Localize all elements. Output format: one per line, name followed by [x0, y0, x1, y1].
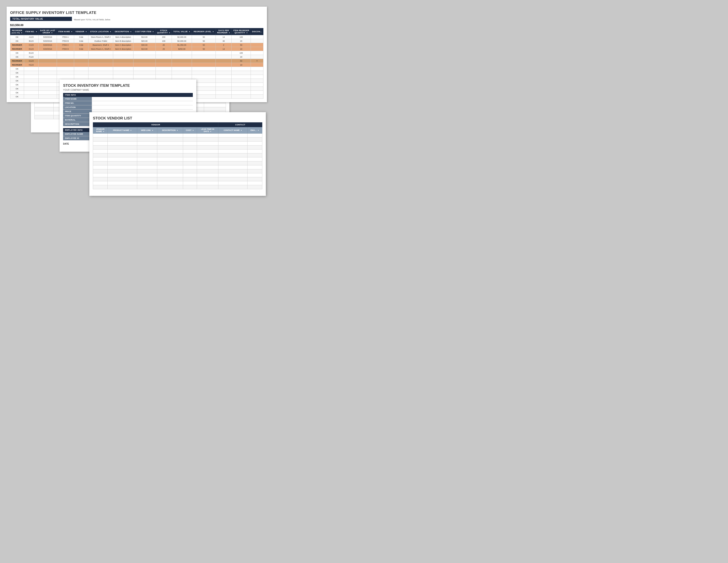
inv-cell	[216, 79, 232, 83]
inv-cell	[232, 91, 251, 95]
vendor-cell	[248, 165, 262, 169]
vendor-cell	[137, 153, 157, 157]
vendor-cell	[183, 149, 197, 153]
vendor-sub-header: VENDORNAME ▼ PRODUCT NAME ▼ WEB LINK ▼ D…	[93, 127, 262, 133]
col-reorder-qty: ITEM REORDERQUANTITY ▼	[232, 28, 251, 35]
inv-cell	[216, 59, 232, 63]
vendor-cell	[183, 169, 197, 173]
vendor-row	[93, 141, 262, 145]
vendor-cell	[93, 185, 108, 189]
inv-cell: Basement, Shelf 4	[88, 43, 113, 47]
col-vendor: VENDOR ▼	[74, 28, 88, 35]
vendor-cell	[197, 153, 218, 157]
inv-cell	[232, 95, 251, 99]
inv-cell	[39, 79, 57, 83]
inv-cell	[251, 35, 263, 39]
vendor-cell	[137, 165, 157, 169]
field-label: LOCATION	[63, 105, 92, 109]
inv-cell	[192, 51, 216, 55]
vendor-cell	[197, 133, 218, 137]
vendor-cell	[248, 157, 262, 161]
vendor-cell	[157, 153, 183, 157]
inv-cell	[192, 75, 216, 79]
inv-cell	[24, 75, 39, 79]
inv-cell: OK	[10, 91, 24, 95]
vendor-cell	[183, 161, 197, 165]
vendor-cell	[157, 173, 183, 177]
inv-cell	[232, 79, 251, 83]
inv-cell	[251, 95, 263, 99]
inv-cell: $30.00	[133, 43, 156, 47]
inv-cell: OK	[10, 75, 24, 79]
inv-cell	[74, 59, 88, 63]
inv-cell: 200	[156, 35, 172, 39]
inv-cell	[24, 87, 39, 91]
track-cell	[35, 103, 54, 107]
vendor-cell	[157, 169, 183, 173]
vendor-cell	[93, 137, 108, 141]
vendor-cell	[183, 137, 197, 141]
inv-cell: ITEM B	[57, 39, 74, 43]
inv-cell	[156, 51, 172, 55]
item-field-row: ITEM NO.	[63, 101, 193, 105]
inv-cell	[172, 51, 192, 55]
vendor-cell	[248, 149, 262, 153]
inv-cell	[113, 75, 133, 79]
inv-cell	[172, 71, 192, 75]
inv-cell	[39, 91, 57, 95]
th-email: EMA... ▼	[248, 127, 262, 133]
vendor-cell	[93, 145, 108, 149]
inv-cell	[24, 83, 39, 87]
inv-cell: 50	[192, 35, 216, 39]
page-wrapper: OFFICE SUPPLY INVENTORY LIST TEMPLATE TO…	[7, 7, 721, 196]
inventory-row: OKE123100	[10, 51, 263, 55]
inv-cell	[172, 59, 192, 63]
vendor-cell	[218, 185, 248, 189]
inv-cell	[39, 51, 57, 55]
inv-cell: $1,350.00	[172, 43, 192, 47]
vendor-table: VENDOR CONTACT VENDORNAME ▼ PRODUCT NAME…	[93, 122, 262, 189]
inv-cell: 5/20/2016	[39, 43, 57, 47]
inv-cell: Store Room A, Shelf 2	[88, 35, 113, 39]
vendor-cell	[137, 141, 157, 145]
inv-cell	[57, 59, 74, 63]
inventory-row: REORDERD1235/20/2016ITEM DColeStore Room…	[10, 47, 263, 51]
vendor-cell	[108, 153, 137, 157]
th-contact-name: CONTACT NAME ▼	[218, 127, 248, 133]
col-reorder-lvl: REORDER LEVEL ▼	[192, 28, 216, 35]
sheet4-vendor-list: STOCK VENDOR LIST VENDOR CONTACT VENDORN…	[89, 112, 266, 196]
vendor-cell	[248, 185, 262, 189]
vendor-cell	[157, 161, 183, 165]
inv-cell: REORDER	[10, 63, 24, 67]
vendor-cell	[157, 177, 183, 181]
sheet1-title: OFFICE SUPPLY INVENTORY LIST TEMPLATE	[10, 11, 263, 15]
inv-cell	[216, 63, 232, 67]
inv-cell	[88, 63, 113, 67]
vendor-cell	[197, 157, 218, 161]
inv-cell	[216, 83, 232, 87]
company-name-label: YOUR COMPANY NAME	[63, 89, 193, 91]
inv-cell: 50	[232, 59, 251, 63]
track-cell	[35, 115, 54, 119]
inv-cell	[251, 75, 263, 79]
inv-cell: Item D description	[113, 47, 133, 51]
item-field-row: ITEM NAME	[63, 97, 193, 101]
inv-cell: $20.00	[133, 39, 156, 43]
inv-cell	[88, 55, 113, 59]
vendor-cell	[248, 177, 262, 181]
inv-cell: 100	[232, 35, 251, 39]
inv-cell	[133, 67, 156, 71]
inventory-row: OK	[10, 67, 263, 71]
field-label: ITEM QUANTITY	[63, 114, 92, 118]
inv-cell	[74, 75, 88, 79]
inv-cell	[113, 51, 133, 55]
vendor-cell	[137, 161, 157, 165]
vendor-cell	[183, 133, 197, 137]
th-vendor-name: VENDORNAME ▼	[93, 127, 108, 133]
inv-cell	[156, 75, 172, 79]
inv-cell: ITEM A	[57, 35, 74, 39]
col-reorder: REORDER(auto-fill) ▼	[10, 28, 24, 35]
inv-cell	[113, 71, 133, 75]
field-value	[92, 105, 193, 109]
total-inventory-row: TOTAL INVENTORY VALUE *Based upon TOTAL …	[10, 17, 263, 22]
